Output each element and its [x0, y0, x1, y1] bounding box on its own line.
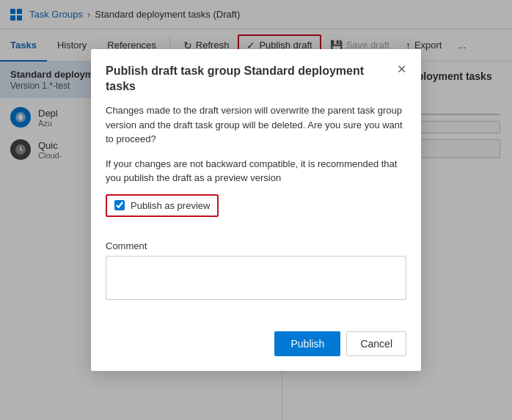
publish-modal: Publish draft task group Standard deploy…: [91, 49, 421, 370]
publish-as-preview-label: Publish as preview: [131, 200, 210, 211]
comment-label: Comment: [106, 240, 406, 251]
modal-body: Changes made to the draft version will o…: [91, 103, 421, 331]
cancel-button[interactable]: Cancel: [346, 331, 406, 356]
modal-footer: Publish Cancel: [91, 331, 421, 371]
comment-section: Comment: [106, 240, 406, 302]
modal-title: Publish draft task group Standard deploy…: [106, 64, 397, 95]
modal-secondary-text: If your changes are not backward compati…: [106, 157, 406, 185]
checkbox-wrapper: Publish as preview: [106, 194, 406, 229]
comment-textarea[interactable]: [106, 256, 406, 300]
modal-close-button[interactable]: ✕: [397, 64, 406, 75]
modal-overlay: Publish draft task group Standard deploy…: [0, 0, 512, 420]
publish-as-preview-checkbox-label[interactable]: Publish as preview: [106, 194, 219, 217]
modal-body-text: Changes made to the draft version will o…: [106, 103, 406, 147]
modal-header: Publish draft task group Standard deploy…: [91, 49, 421, 103]
publish-button[interactable]: Publish: [274, 331, 340, 356]
publish-as-preview-checkbox[interactable]: [114, 200, 125, 210]
